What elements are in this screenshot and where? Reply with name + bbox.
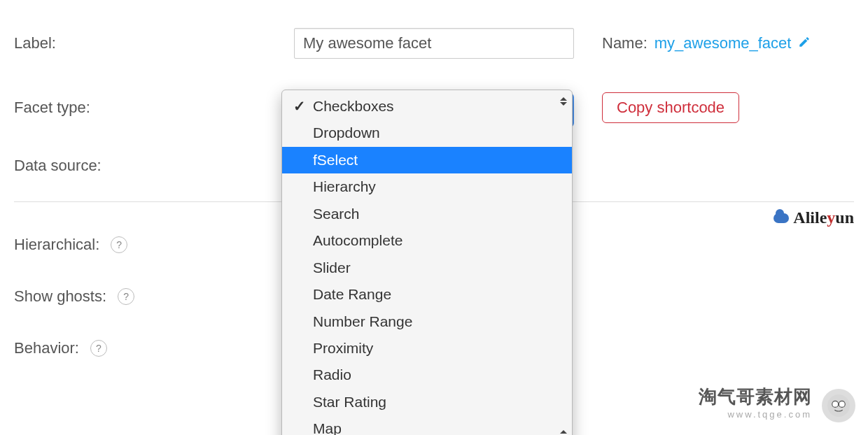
label-input-wrapper — [294, 28, 574, 59]
dropdown-option[interactable]: Checkboxes — [282, 93, 572, 120]
help-icon[interactable]: ? — [111, 236, 127, 253]
help-icon[interactable]: ? — [118, 288, 134, 305]
dropdown-option[interactable]: Number Range — [282, 308, 572, 335]
copy-shortcode-area: Copy shortcode — [602, 92, 739, 123]
facet-type-dropdown[interactable]: CheckboxesDropdownfSelectHierarchySearch… — [281, 90, 573, 435]
name-area: Name: my_awesome_facet — [602, 34, 811, 52]
pencil-icon[interactable] — [798, 36, 811, 52]
name-label: Name: — [602, 34, 648, 52]
copy-shortcode-button[interactable]: Copy shortcode — [602, 92, 739, 123]
data-source-label: Data source: — [14, 157, 294, 175]
dropdown-option[interactable]: Proximity — [282, 335, 572, 362]
cloud-icon — [774, 213, 789, 223]
watermark-alileyun: Alileyun — [774, 208, 854, 227]
facet-type-label: Facet type: — [14, 99, 294, 117]
help-icon[interactable]: ? — [90, 340, 107, 357]
dropdown-option[interactable]: fSelect — [282, 147, 572, 173]
label-input[interactable] — [294, 28, 574, 59]
svg-point-1 — [833, 401, 838, 406]
row-label: Label: Name: my_awesome_facet — [14, 28, 854, 59]
dropdown-option[interactable]: Star Rating — [282, 389, 572, 415]
watermark-tqge: 淘气哥素材网 www.tqge.com — [699, 385, 812, 420]
dropdown-option[interactable]: Radio — [282, 362, 572, 388]
show-ghosts-label: Show ghosts: — [14, 287, 106, 306]
dropdown-option[interactable]: Search — [282, 201, 572, 227]
name-value[interactable]: my_awesome_facet — [654, 34, 792, 52]
hierarchical-label: Hierarchical: — [14, 236, 99, 254]
dropdown-option[interactable]: Map — [282, 415, 572, 435]
watermark-avatar-icon — [822, 389, 855, 422]
svg-point-0 — [827, 394, 850, 417]
dropdown-option[interactable]: Dropdown — [282, 120, 572, 146]
dropdown-option[interactable]: Autocomplete — [282, 227, 572, 254]
label-label: Label: — [14, 34, 294, 52]
dropdown-option[interactable]: Date Range — [282, 281, 572, 308]
dropdown-option[interactable]: Hierarchy — [282, 173, 572, 200]
behavior-label: Behavior: — [14, 339, 79, 357]
dropdown-option[interactable]: Slider — [282, 255, 572, 281]
svg-point-2 — [839, 401, 844, 406]
